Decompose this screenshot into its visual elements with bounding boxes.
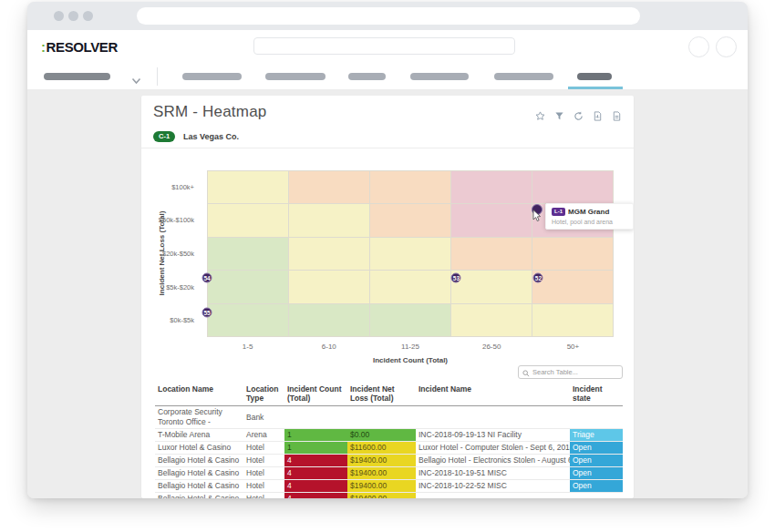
table-cell xyxy=(570,406,623,429)
table-cell: T-Mobile Arena xyxy=(155,429,243,442)
heatmap-cell xyxy=(208,304,288,336)
y-axis-tick-label: $100k+ xyxy=(141,170,200,204)
heatmap-cell xyxy=(451,271,532,302)
table-row[interactable]: Luxor Hotel & CasinoHotel1$11600.00Luxor… xyxy=(155,442,623,455)
y-axis-tick-label: $5k-$20k xyxy=(141,271,200,304)
browser-window: :RESOLVER SRM - Heatmap xyxy=(27,2,748,498)
column-header[interactable]: Location Type xyxy=(243,383,284,406)
global-search-input[interactable] xyxy=(253,37,515,55)
chart-tooltip: L-1MGM Grand Hotel, pool and arena xyxy=(545,203,634,230)
column-header[interactable]: Incident state xyxy=(570,383,623,406)
logo-text: RESOLVER xyxy=(46,39,118,55)
priority-badge: C-1 xyxy=(153,131,175,142)
heatmap-cell xyxy=(208,238,288,270)
table-cell: Bellagio Hotel & Casino xyxy=(155,480,243,493)
heatmap-cell xyxy=(289,271,369,302)
table-cell: $19400.00 xyxy=(347,480,416,493)
status-cell[interactable]: Open xyxy=(570,480,623,493)
filter-icon[interactable] xyxy=(554,108,564,125)
heatmap-point[interactable]: 54 xyxy=(202,273,212,283)
table-cell xyxy=(570,493,623,499)
window-control-dot[interactable] xyxy=(83,11,93,21)
column-header[interactable]: Location Name xyxy=(155,383,243,406)
table-row[interactable]: Bellagio Hotel & CasinoHotel4$19400.00 xyxy=(155,493,623,499)
column-header[interactable]: Incident Count (Total) xyxy=(284,383,347,406)
table-row[interactable]: Bellagio Hotel & CasinoHotel4$19400.00Be… xyxy=(155,455,623,467)
export-data-icon[interactable] xyxy=(612,108,622,125)
heatmap-point[interactable]: 53 xyxy=(451,273,461,283)
heatmap-cell xyxy=(370,271,450,302)
heatmap-point[interactable]: 55 xyxy=(202,307,212,317)
heatmap-cell xyxy=(370,171,450,203)
nav-item-placeholder[interactable] xyxy=(410,73,469,80)
page-title: SRM - Heatmap xyxy=(153,103,266,121)
table-cell: 1 xyxy=(284,442,347,455)
star-icon[interactable] xyxy=(535,108,545,125)
window-control-dot[interactable] xyxy=(68,11,78,21)
table-cell: INC-2018-10-19-51 MISC xyxy=(416,467,570,480)
nav-item-placeholder[interactable] xyxy=(182,73,242,80)
heatmap-cell xyxy=(451,238,532,270)
resolver-logo: :RESOLVER xyxy=(41,39,118,55)
heatmap-cell xyxy=(451,171,532,203)
table-row[interactable]: Bellagio Hotel & CasinoHotel4$19400.00IN… xyxy=(155,480,623,493)
table-cell: Hotel xyxy=(243,493,284,499)
column-header[interactable]: Incident Net Loss (Total) xyxy=(347,383,416,406)
x-axis-tick-label: 6-10 xyxy=(288,343,369,351)
heatmap-cell xyxy=(532,171,613,203)
heatmap-plot: L-1MGM Grand Hotel, pool and arena 54555… xyxy=(207,170,614,337)
table-header-row: Location NameLocation TypeIncident Count… xyxy=(155,383,623,406)
table-cell: Bellagio Hotel & Casino xyxy=(155,455,243,467)
table-search-input[interactable] xyxy=(532,368,618,376)
status-cell[interactable]: Open xyxy=(570,442,623,455)
table-cell: $19400.00 xyxy=(347,493,416,499)
heatmap-cell xyxy=(208,204,288,236)
table-row[interactable]: Bellagio Hotel & CasinoHotel4$19400.00IN… xyxy=(155,467,623,480)
browser-chrome xyxy=(27,2,748,30)
status-cell[interactable]: Open xyxy=(570,467,623,480)
status-cell[interactable]: Triage xyxy=(570,429,623,442)
table-row[interactable]: Corporate Security Toronto Office -Bank xyxy=(155,406,623,429)
x-axis-tick-label: 50+ xyxy=(532,343,614,351)
nav-menu-placeholder[interactable] xyxy=(44,73,110,80)
help-button-placeholder[interactable] xyxy=(688,36,709,57)
nav-item-placeholder[interactable] xyxy=(494,73,553,80)
nav-item-active-placeholder[interactable] xyxy=(577,73,612,80)
status-cell[interactable]: Open xyxy=(570,455,623,467)
nav-item-placeholder[interactable] xyxy=(348,73,386,80)
location-badge: L-1 xyxy=(552,208,565,216)
y-axis-tick-label: $0k-$5k xyxy=(141,303,200,337)
heatmap-cell xyxy=(208,271,288,302)
y-axis-tick-label: $50k-$100k xyxy=(141,204,200,238)
export-report-icon[interactable] xyxy=(593,108,603,125)
table-cell: 4 xyxy=(284,467,347,480)
column-header[interactable]: Incident Name xyxy=(416,383,570,406)
refresh-icon[interactable] xyxy=(574,108,584,125)
heatmap-card: SRM - Heatmap C-1 Las Vegas Co. Incident… xyxy=(141,96,634,498)
heatmap-cell xyxy=(532,271,613,302)
x-axis-tick-label: 11-25 xyxy=(369,343,450,351)
table-body: Corporate Security Toronto Office -BankT… xyxy=(155,406,623,499)
table-cell: Hotel xyxy=(243,467,284,480)
table-cell: $19400.00 xyxy=(347,467,416,480)
mouse-cursor-icon xyxy=(532,210,542,226)
table-row[interactable]: T-Mobile ArenaArena1$0.00INC-2018-09-19-… xyxy=(155,429,623,442)
incidents-table: Location NameLocation TypeIncident Count… xyxy=(155,383,623,498)
heatmap-cell xyxy=(451,304,532,336)
logo-colon: : xyxy=(41,39,46,55)
table-cell: Arena xyxy=(243,429,284,442)
table-cell: 4 xyxy=(284,455,347,467)
chevron-down-icon[interactable] xyxy=(131,72,141,88)
heatmap-cell xyxy=(289,304,369,336)
window-control-dot[interactable] xyxy=(54,11,64,21)
heatmap-cell xyxy=(289,171,369,203)
browser-url-bar[interactable] xyxy=(137,7,640,25)
heatmap-cell xyxy=(289,238,369,270)
heatmap-point[interactable]: 52 xyxy=(533,273,543,283)
heatmap-cell xyxy=(532,304,613,336)
tooltip-subtitle: Hotel, pool and arena xyxy=(552,219,627,225)
user-avatar-placeholder[interactable] xyxy=(716,36,737,57)
nav-bar xyxy=(27,64,748,90)
table-cell: 1 xyxy=(284,429,347,442)
nav-item-placeholder[interactable] xyxy=(265,73,326,80)
